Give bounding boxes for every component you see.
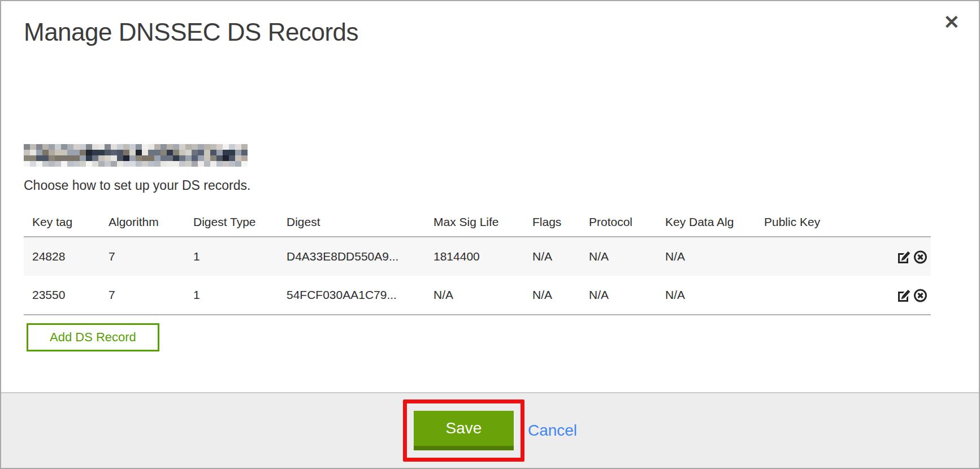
mosaic-block <box>123 150 129 155</box>
mosaic-block <box>229 150 235 155</box>
mosaic-block <box>185 155 192 161</box>
delete-record-button[interactable] <box>913 249 928 264</box>
mosaic-block <box>148 161 154 167</box>
mosaic-block <box>142 144 148 150</box>
ds-records-table: Key tag Algorithm Digest Type Digest Max… <box>24 207 931 315</box>
mosaic-block <box>42 161 49 167</box>
mosaic-block <box>210 161 216 167</box>
mosaic-block <box>55 144 61 150</box>
mosaic-block <box>92 144 98 150</box>
edit-record-button[interactable] <box>897 288 912 303</box>
cell-algorithm: 7 <box>100 276 185 315</box>
redacted-domain <box>24 144 248 167</box>
mosaic-block <box>86 144 92 150</box>
mosaic-block <box>142 155 148 161</box>
mosaic-block <box>142 150 148 155</box>
mosaic-block <box>241 144 248 150</box>
mosaic-block <box>229 161 235 167</box>
col-header-algorithm: Algorithm <box>100 207 185 237</box>
mosaic-block <box>73 144 80 150</box>
mosaic-block <box>42 155 49 161</box>
mosaic-block <box>173 161 179 167</box>
circle-x-icon <box>913 296 928 305</box>
manage-dnssec-dialog: ✕ Manage DNSSEC DS Records Choose how to… <box>0 0 980 469</box>
mosaic-block <box>179 144 185 150</box>
mosaic-block <box>24 150 30 155</box>
mosaic-block <box>210 144 216 150</box>
mosaic-block <box>49 150 55 155</box>
cell-public-key <box>756 237 897 276</box>
mosaic-block <box>167 150 173 155</box>
mosaic-block <box>42 144 49 150</box>
edit-icon <box>897 258 912 266</box>
mosaic-block <box>111 155 117 161</box>
mosaic-block <box>229 144 235 150</box>
mosaic-block <box>154 155 161 161</box>
mosaic-block <box>167 161 173 167</box>
mosaic-block <box>204 155 210 161</box>
cell-key-tag: 24828 <box>24 237 100 276</box>
save-button[interactable]: Save <box>414 411 514 450</box>
mosaic-block <box>154 161 161 167</box>
mosaic-block <box>73 155 80 161</box>
mosaic-block <box>161 144 167 150</box>
mosaic-block <box>30 150 36 155</box>
mosaic-block <box>173 150 179 155</box>
add-ds-record-button[interactable]: Add DS Record <box>27 323 159 351</box>
mosaic-block <box>198 155 204 161</box>
mosaic-block <box>173 155 179 161</box>
cell-max-sig-life: 1814400 <box>425 237 524 276</box>
mosaic-block <box>204 150 210 155</box>
mosaic-block <box>111 144 117 150</box>
mosaic-block <box>80 155 86 161</box>
close-icon[interactable]: ✕ <box>944 12 960 32</box>
mosaic-block <box>123 144 129 150</box>
col-header-max-sig-life: Max Sig Life <box>425 207 524 237</box>
mosaic-block <box>92 150 98 155</box>
mosaic-block <box>24 161 30 167</box>
mosaic-block <box>73 161 80 167</box>
mosaic-block <box>98 155 105 161</box>
mosaic-block <box>80 161 86 167</box>
mosaic-block <box>80 144 86 150</box>
mosaic-block <box>235 155 241 161</box>
mosaic-block <box>216 161 223 167</box>
mosaic-block <box>80 150 86 155</box>
cell-digest-type: 1 <box>185 276 278 315</box>
mosaic-block <box>173 144 179 150</box>
mosaic-block <box>185 161 192 167</box>
mosaic-block <box>161 150 167 155</box>
mosaic-block <box>179 150 185 155</box>
mosaic-block <box>185 144 192 150</box>
delete-record-button[interactable] <box>913 288 928 303</box>
dialog-footer: Save Cancel <box>1 392 979 468</box>
cell-protocol: N/A <box>580 276 657 315</box>
edit-record-button[interactable] <box>897 249 912 264</box>
mosaic-block <box>24 144 30 150</box>
mosaic-block <box>167 144 173 150</box>
cancel-link[interactable]: Cancel <box>528 422 577 440</box>
mosaic-block <box>30 155 36 161</box>
mosaic-block <box>49 144 55 150</box>
table-row: 23550 7 1 54FCF030AA1C79... N/A N/A N/A … <box>24 276 931 315</box>
mosaic-block <box>49 155 55 161</box>
mosaic-block <box>210 150 216 155</box>
mosaic-block <box>129 150 136 155</box>
mosaic-block <box>167 155 173 161</box>
mosaic-block <box>98 144 105 150</box>
mosaic-block <box>111 150 117 155</box>
mosaic-block <box>105 155 111 161</box>
mosaic-block <box>192 161 198 167</box>
mosaic-block <box>223 144 229 150</box>
mosaic-block <box>117 155 123 161</box>
mosaic-block <box>179 155 185 161</box>
circle-x-icon <box>913 258 928 266</box>
mosaic-block <box>105 161 111 167</box>
mosaic-block <box>192 155 198 161</box>
mosaic-block <box>42 150 49 155</box>
mosaic-block <box>136 155 142 161</box>
page-title: Manage DNSSEC DS Records <box>24 18 956 46</box>
mosaic-block <box>185 150 192 155</box>
mosaic-block <box>117 161 123 167</box>
mosaic-block <box>98 161 105 167</box>
